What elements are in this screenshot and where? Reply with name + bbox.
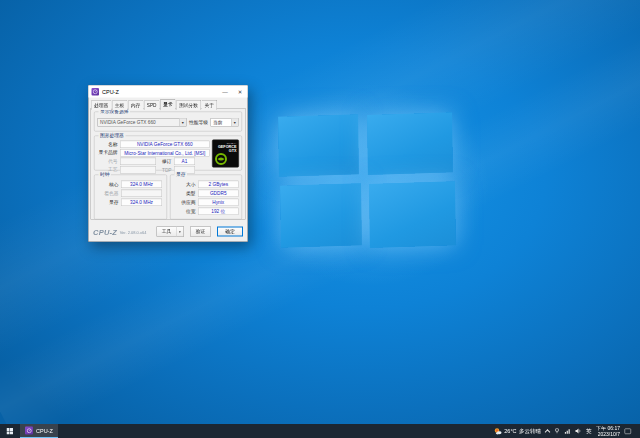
tab-bench[interactable]: 测试分数: [176, 100, 201, 110]
window-title: CPU-Z: [102, 89, 218, 95]
ok-button[interactable]: 确定: [217, 227, 243, 237]
tab-memory[interactable]: 内存: [128, 100, 144, 110]
close-button[interactable]: ✕: [233, 86, 248, 98]
tab-cpu[interactable]: 处理器: [91, 100, 111, 110]
graphics-tab-page: 显示设备选择 NVIDIA GeForce GTX 660 ▾ 性能等级 当前 …: [91, 108, 246, 220]
nvidia-eye-icon: [214, 152, 229, 167]
system-tray: 26°C 多云转晴 英 下午 06:17 2023/10/7: [493, 424, 640, 438]
board-manuf-value: Micro-Star International Co., Ltd. [MSI]: [120, 149, 210, 157]
memory-group: 显存 大小 2 GBytes 类型 GDDR5 供应商 Hynix: [170, 175, 242, 220]
perf-level-label: 性能等级: [189, 119, 208, 126]
titlebar[interactable]: CPU-Z — ✕: [89, 86, 248, 98]
validate-button[interactable]: 验证: [190, 227, 211, 237]
mem-buswidth-value: 192 位: [198, 208, 239, 216]
windows-logo: [277, 109, 457, 256]
revision-value: A1: [174, 158, 195, 166]
minimize-button[interactable]: —: [218, 86, 233, 98]
display-device-group: 显示设备选择 NVIDIA GeForce GTX 660 ▾ 性能等级 当前 …: [94, 112, 242, 132]
mem-size-label: 大小: [174, 181, 196, 188]
weather-widget[interactable]: 26°C 多云转晴: [493, 427, 541, 435]
technology-value: [120, 166, 156, 174]
taskbar-app-cpuz[interactable]: CPU-Z: [20, 424, 58, 438]
taskbar-app-label: CPU-Z: [36, 428, 53, 434]
temperature-text: 26°C: [504, 428, 516, 434]
windows-logo-pane: [278, 114, 359, 177]
cpuz-icon: [92, 88, 100, 96]
mem-type-value: GDDR5: [198, 190, 239, 198]
group-label: 时钟: [99, 172, 112, 179]
cpuz-window: CPU-Z — ✕ 处理器 主板 内存 SPD 显卡 测试分数 关于 显示设备选…: [88, 85, 248, 242]
tab-graphics[interactable]: 显卡: [160, 99, 176, 111]
mem-vendor-value: Hynix: [198, 199, 239, 207]
tab-spd[interactable]: SPD: [144, 100, 160, 110]
tdp-label: TDP: [159, 167, 172, 173]
board-manuf-label: 显卡品牌: [98, 150, 118, 157]
start-button[interactable]: [0, 424, 19, 438]
windows-logo-pane: [367, 112, 453, 175]
mem-size-value: 2 GBytes: [198, 181, 239, 189]
weather-condition-text: 多云转晴: [519, 427, 541, 435]
code-name-label: 代号: [98, 158, 118, 165]
gpu-name-label: 名称: [98, 141, 118, 148]
windows-logo-pane: [369, 181, 456, 248]
gpu-group: 图形处理器 名称 NVIDIA GeForce GTX 660 显卡品牌 Mic…: [94, 136, 242, 171]
cpuz-brand-text: CPU-Z: [93, 227, 117, 236]
screen: CPU-Z — ✕ 处理器 主板 内存 SPD 显卡 测试分数 关于 显示设备选…: [0, 0, 640, 438]
group-label: 显存: [175, 172, 188, 179]
gpu-name-value: NVIDIA GeForce GTX 660: [120, 141, 210, 149]
mem-vendor-label: 供应商: [174, 199, 196, 206]
volume-icon[interactable]: [575, 428, 582, 434]
tools-button[interactable]: 工具: [157, 227, 177, 237]
code-name-value: [120, 158, 156, 166]
tab-strip: 处理器 主板 内存 SPD 显卡 测试分数 关于: [89, 98, 248, 111]
core-clock-label: 核心: [98, 181, 119, 188]
version-text: Ver. 2.08.0.x64: [120, 230, 147, 235]
hidden-icons-chevron-icon[interactable]: [545, 429, 551, 435]
dialog-footer: CPU-Z Ver. 2.08.0.x64 工具 ▾ 验证 确定: [93, 226, 243, 237]
taskbar: CPU-Z 26°C 多云转晴: [0, 424, 640, 438]
windows-logo-pane: [280, 183, 362, 248]
windows-start-icon: [6, 428, 13, 435]
display-device-value: NVIDIA GeForce GTX 660: [98, 120, 179, 126]
clock-date: 2023/10/7: [596, 431, 620, 437]
tab-about[interactable]: 关于: [202, 100, 218, 110]
nvidia-geforce-logo: NVIDIA GEFORCE GTX: [212, 140, 239, 168]
shader-clock-label: 着色器: [98, 190, 119, 197]
perf-level-value: 当前: [211, 119, 231, 126]
taskbar-clock[interactable]: 下午 06:17 2023/10/7: [596, 425, 620, 437]
memory-clock-value: 324.0 MHz: [121, 199, 162, 207]
usb-eject-icon[interactable]: [554, 428, 560, 434]
chevron-down-icon: ▾: [179, 119, 186, 127]
shader-clock-value: [121, 190, 162, 198]
revision-label: 修订: [159, 158, 172, 165]
group-label: 图形处理器: [99, 133, 126, 140]
weather-sun-cloud-icon: [493, 427, 502, 435]
core-clock-value: 324.0 MHz: [121, 181, 162, 189]
network-icon[interactable]: [565, 428, 571, 434]
tools-dropdown-arrow[interactable]: ▾: [177, 227, 185, 237]
tab-mainboard[interactable]: 主板: [112, 100, 128, 110]
mem-type-label: 类型: [174, 190, 196, 197]
mem-buswidth-label: 位宽: [174, 208, 196, 215]
cpuz-icon: [25, 427, 33, 435]
clocks-group: 时钟 核心 324.0 MHz 着色器 显存 324.0 MHz: [94, 175, 167, 220]
chevron-down-icon: ▾: [231, 119, 238, 127]
action-center-icon[interactable]: [625, 428, 632, 434]
perf-level-select[interactable]: 当前 ▾: [211, 118, 239, 127]
display-device-select[interactable]: NVIDIA GeForce GTX 660 ▾: [98, 118, 187, 127]
memory-clock-label: 显存: [98, 199, 119, 206]
ime-language-indicator[interactable]: 英: [586, 427, 592, 435]
